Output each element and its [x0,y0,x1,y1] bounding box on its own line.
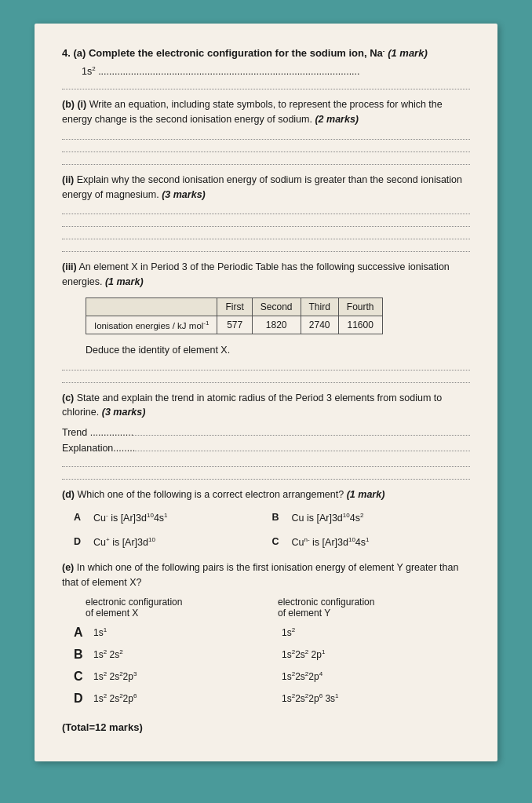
bi-line-1 [62,130,470,140]
question-4c: (c) State and explain the trend in atomi… [62,391,470,480]
ec-a-letter: A [74,626,93,640]
ec-b-y: 1s22s2 2p1 [282,648,470,660]
explanation-line-2 [62,458,470,467]
question-4bii: (ii) Explain why the second ionisation e… [62,173,470,253]
part-d-marks: (1 mark) [347,489,385,500]
option-b-text: Cu is [Ar]3d104s2 [292,512,471,524]
option-c: C Cun- is [Ar]3d104s1 [272,536,471,548]
part-c-marks: (3 marks) [102,407,146,418]
bii-line-1 [62,205,470,214]
ec-option-c: C 1s2 2s22p3 1s22s22p4 [74,666,470,688]
part-e-label: (e) [62,562,74,573]
trend-line: Trend ................ [62,426,470,438]
question-4a: 4. (a) Complete the electronic configura… [62,47,470,89]
bii-line-2 [62,217,470,227]
option-d-letter: D [74,536,93,547]
explanation-dots-1 [135,442,470,451]
deduce-text: Deduce the identity of element X. [86,342,470,358]
col-fourth: Fourth [338,297,382,316]
question-4bi: (b) (i) Write an equation, including sta… [62,97,470,165]
part-biii-marks: (1 mark) [105,276,144,287]
col-second: Second [252,297,301,316]
part-d-text: (d) Which one of the following is a corr… [62,487,470,502]
ec-d-x: 1s2 2s22p6 [93,692,282,704]
explanation-line-3 [62,470,470,480]
option-a: A Cu- is [Ar]3d104s1 [74,512,272,524]
part-bii-text: (ii) Explain why the second ionisation e… [62,173,470,203]
part-a-text: Complete the electronic configuration fo… [89,47,428,59]
ec-option-d: D 1s2 2s22p6 1s22s22p6 3s1 [74,688,470,710]
part-biii-label: (iii) [62,261,77,272]
question-number: 4. [62,47,71,59]
option-a-letter: A [74,512,93,523]
bii-line-3 [62,230,470,239]
biii-line-2 [62,374,470,383]
part-bii-label: (ii) [62,174,74,185]
ec-d-letter: D [74,692,93,706]
explanation-line-1: Explanation........ [62,442,470,454]
part-biii-text: (iii) An element X in Period 3 of the Pe… [62,260,470,290]
total-marks: (Total=12 marks) [62,721,470,733]
option-a-text: Cu- is [Ar]3d104s1 [93,512,272,524]
part-c-label: (c) [62,392,74,403]
col2-header: electronic configurationof element Y [278,597,470,619]
col1-header: electronic configurationof element X [86,597,278,619]
mc-options-grid: A Cu- is [Ar]3d104s1 B Cu is [Ar]3d104s2… [74,507,470,553]
question-4e: (e) In which one of the following pairs … [62,560,470,710]
bi-line-3 [62,155,470,165]
option-b: B Cu is [Ar]3d104s2 [272,512,471,524]
ie-second: 1820 [252,316,301,334]
option-b-letter: B [272,512,292,523]
col-first: First [217,297,252,316]
option-d-text: Cu+ is [Ar]3d10 [93,536,272,548]
ie-fourth: 11600 [338,316,382,334]
part-d-label: (d) [62,489,75,500]
ec-option-a: A 1s1 1s2 [74,622,470,644]
ec-a-y: 1s2 [282,626,470,638]
ec-headers: electronic configurationof element X ele… [86,597,470,619]
ec-a-x: 1s1 [93,626,282,638]
ie-third: 2740 [301,316,338,334]
part-e-text: (e) In which one of the following pairs … [62,560,470,590]
col-third: Third [301,297,338,316]
part-bii-marks: (3 marks) [162,189,206,200]
trend-label: Trend ................ [62,427,133,438]
ec-b-x: 1s2 2s2 [93,648,282,660]
ec-b-letter: B [74,648,93,662]
ec-options: A 1s1 1s2 B 1s2 2s2 1s22s2 2p1 C 1s2 2s2… [74,622,470,710]
part-bi-text: (b) (i) Write an equation, including sta… [62,97,470,127]
part-a-label: (a) [73,47,86,59]
bi-line-2 [62,143,470,152]
part-c-text: (c) State and explain the trend in atomi… [62,391,470,421]
option-d: D Cu+ is [Ar]3d10 [74,536,272,548]
biii-line-1 [62,361,470,370]
option-c-letter: C [272,536,292,547]
part-bi-marks: (2 marks) [315,114,359,125]
ec-c-y: 1s22s22p4 [282,670,470,682]
ionisation-energies-table: First Second Third Fourth Ionisation ene… [86,297,383,334]
question-header: 4. (a) Complete the electronic configura… [62,47,470,59]
ec-d-y: 1s22s22p6 3s1 [282,692,470,704]
table-row-label: Ionisation energies / kJ mol-1 [86,316,217,334]
answer-prefix: 1s2 ....................................… [82,65,470,77]
explanation-label: Explanation........ [62,443,135,454]
ec-option-b: B 1s2 2s2 1s22s2 2p1 [74,644,470,666]
exam-paper: 4. (a) Complete the electronic configura… [35,24,497,761]
bii-line-4 [62,243,470,252]
question-4d: (d) Which one of the following is a corr… [62,487,470,553]
ec-c-x: 1s2 2s22p3 [93,670,282,682]
part-bi-label: (b) (i) [62,99,86,110]
ec-c-letter: C [74,670,93,684]
part-a-marks: (1 mark) [388,47,428,59]
option-c-text: Cun- is [Ar]3d104s1 [292,536,471,548]
answer-line-1 [62,80,470,89]
ie-first: 577 [217,316,252,334]
trend-dots [133,426,470,436]
question-4biii: (iii) An element X in Period 3 of the Pe… [62,260,470,382]
